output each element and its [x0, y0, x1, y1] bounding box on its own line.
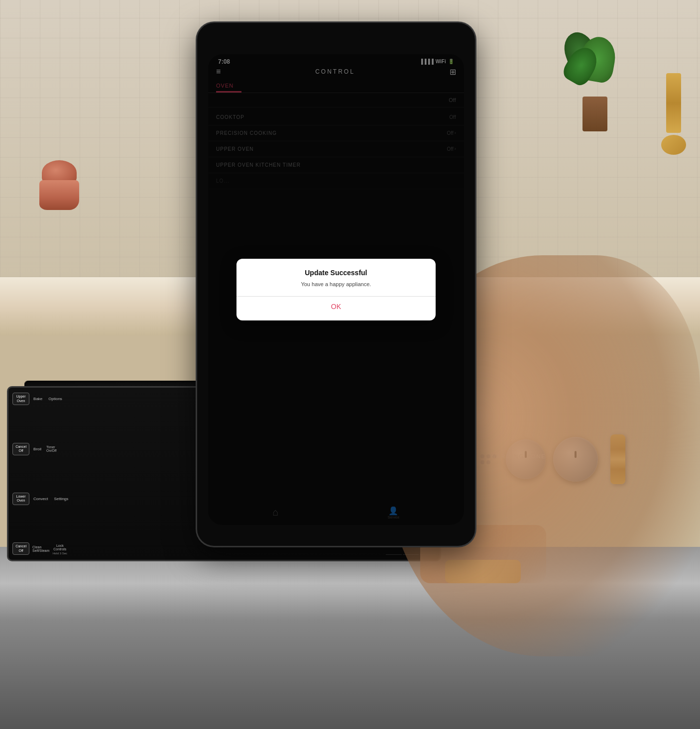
- modal-divider: [236, 296, 436, 297]
- convect-label[interactable]: Convect: [31, 496, 50, 502]
- upper-oven-group: Upper Oven Bake Options: [12, 393, 70, 405]
- timer-on-off-label[interactable]: Timer On/Off: [45, 444, 58, 453]
- pot-decoration: [42, 160, 79, 210]
- panel-left-buttons: Upper Oven Bake Options Cancel Off Broil…: [12, 393, 70, 555]
- lower-oven-button[interactable]: Lower Oven: [12, 493, 29, 505]
- hold-3-sec-label: Hold 3 Sec: [53, 552, 67, 555]
- modal-ok-button[interactable]: OK: [248, 303, 424, 311]
- broil-label[interactable]: Broil: [31, 446, 43, 452]
- phone: 7:08 ▐▐▐▐ WiFi 🔋 ≡ CONTROL ⊞ OVEN Off CO…: [196, 22, 476, 547]
- cancel-off-2-button[interactable]: Cancel Off: [12, 542, 29, 555]
- settings-label[interactable]: Settings: [52, 496, 70, 502]
- cancel-off-1-button[interactable]: Cancel Off: [12, 443, 29, 455]
- phone-notch: [311, 23, 361, 34]
- modal-title: Update Successful: [248, 269, 424, 277]
- phone-screen: 7:08 ▐▐▐▐ WiFi 🔋 ≡ CONTROL ⊞ OVEN Off CO…: [208, 54, 464, 525]
- plant-decoration: [560, 22, 630, 131]
- cancel-off-1-group: Cancel Off Broil Timer On/Off: [12, 443, 70, 455]
- lock-controls-label[interactable]: Lock Controls: [52, 543, 67, 552]
- upper-oven-button[interactable]: Upper Oven: [12, 393, 29, 405]
- clean-label[interactable]: Clean Self/Steam: [31, 544, 50, 553]
- lower-oven-group: Lower Oven Convect Settings: [12, 493, 70, 505]
- cancel-off-2-group: Cancel Off Clean Self/Steam Lock Control…: [12, 542, 70, 555]
- modal-overlay: Update Successful You have a happy appli…: [208, 54, 464, 525]
- bake-label[interactable]: Bake: [31, 396, 44, 402]
- brass-decoration: [666, 73, 686, 155]
- modal-message: You have a happy appliance.: [248, 281, 424, 288]
- modal-box: Update Successful You have a happy appli…: [236, 259, 436, 320]
- options-label[interactable]: Options: [46, 396, 64, 402]
